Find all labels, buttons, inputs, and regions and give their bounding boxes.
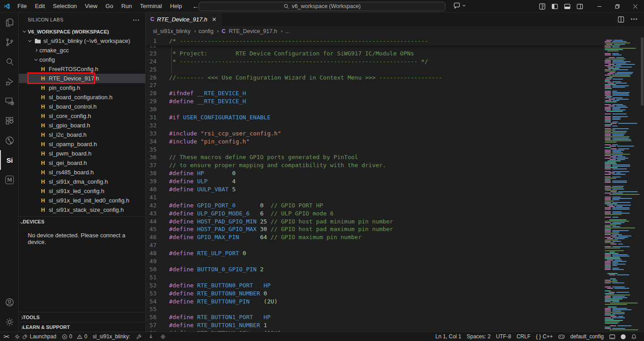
sticky-scroll-line[interactable]: 1/* ------------------------------------… (146, 37, 603, 46)
menu-help[interactable]: Help (166, 0, 186, 13)
run-debug-icon[interactable] (0, 72, 19, 91)
eol-sequence[interactable]: CRLF (514, 332, 533, 341)
file-item[interactable]: Hsl_si91x_dma_config.h (19, 177, 145, 186)
command-center-search[interactable]: v6_workspace (Workspace) (199, 2, 445, 11)
tools-section-header[interactable]: TOOLS (19, 312, 145, 322)
code-line[interactable]: 31#if USER_CONFIGURATION_ENABLE (146, 114, 603, 122)
project-folder-item[interactable]: sl_si91x_blinky (~\v6_workspace) (19, 36, 145, 46)
code-line[interactable]: 28#ifndef __RTE_DEVICE_H (146, 89, 603, 97)
indentation[interactable]: Spaces: 2 (464, 332, 493, 341)
copilot-menu[interactable] (453, 2, 466, 9)
file-item[interactable]: Hsl_si91x_stack_size_config.h (19, 205, 145, 215)
code-line[interactable]: 27 (146, 81, 603, 89)
code-line[interactable]: 57#define RTE_BUTTON1_NUMBER 1 (146, 321, 603, 329)
code-line[interactable]: 46#define GPIO_MAX_PIN 64 // GPIO maximu… (146, 233, 603, 241)
code-line[interactable]: 41 (146, 194, 603, 202)
menu-run[interactable]: Run (117, 0, 136, 13)
minimap[interactable] (603, 37, 640, 332)
code-line[interactable]: 30 (146, 105, 603, 114)
toggle-primary-sidebar-icon[interactable] (551, 3, 558, 10)
code-line[interactable]: 40#define UULP_VBAT 5 (146, 185, 603, 194)
copilot-status-icon[interactable] (555, 332, 568, 341)
code-line[interactable]: 36// These macros define GPIO ports gene… (146, 153, 603, 161)
code-line[interactable]: 43#define ULP_GPIO_MODE_6 6 // ULP GPIO … (146, 210, 603, 218)
menu-selection[interactable]: Selection (49, 0, 80, 13)
menu-edit[interactable]: Edit (31, 0, 49, 13)
code-line[interactable]: 50#define BUTTON_0_GPIO_PIN 2 (146, 265, 603, 274)
learn-support-section-header[interactable]: LEARN & SUPPORT (19, 322, 145, 332)
silicon-labs-view-icon[interactable]: Si (0, 150, 19, 170)
code-line[interactable]: 37// to ensure proper mapping and compat… (146, 161, 603, 169)
code-line[interactable]: 35 (146, 146, 603, 154)
file-item[interactable]: HRTE_Device_917.h (19, 74, 145, 83)
file-item[interactable]: HFreeRTOSConfig.h (19, 64, 145, 74)
status-dot-icon[interactable] (618, 332, 628, 341)
monitor-output-icon[interactable] (606, 332, 618, 341)
code-line[interactable]: 55 (146, 305, 603, 313)
problems-button[interactable]: 0 0 (59, 332, 90, 341)
project-target-label[interactable]: sl_si91x_blinky: (90, 332, 133, 341)
source-control-icon[interactable] (0, 32, 19, 52)
settings-gear-icon[interactable] (0, 312, 19, 332)
remote-window-button[interactable]: >< (0, 332, 12, 341)
code-line[interactable]: 32 (146, 122, 603, 130)
file-item[interactable]: Hpin_config.h (19, 83, 145, 93)
search-view-icon[interactable] (0, 52, 19, 72)
restore-button[interactable] (608, 0, 626, 13)
flash-download-icon[interactable] (145, 332, 157, 341)
toggle-secondary-sidebar-icon[interactable] (576, 3, 583, 10)
devices-section-header[interactable]: DEVICES (19, 216, 145, 226)
code-line[interactable]: 54#define RTE_BUTTON0_PIN (2U) (146, 298, 603, 306)
sidebar-more-actions-icon[interactable]: ··· (133, 17, 140, 23)
menu-file[interactable]: File (13, 0, 31, 13)
customize-layout-icon[interactable] (539, 3, 546, 10)
breadcrumb-project[interactable]: sl_si91x_blinky (153, 28, 191, 34)
toggle-panel-icon[interactable] (564, 3, 571, 10)
cursor-position[interactable]: Ln 1, Col 1 (432, 332, 464, 341)
menu-go[interactable]: Go (102, 0, 117, 13)
code-line[interactable]: 29#define __RTE_DEVICE_H (146, 97, 603, 105)
encoding[interactable]: UTF-8 (493, 332, 514, 341)
code-line[interactable]: 51 (146, 274, 603, 282)
remote-explorer-icon[interactable] (0, 91, 19, 111)
file-item[interactable]: Hsl_gpio_board.h (19, 121, 145, 130)
code-line[interactable]: 24 * -----------------------------------… (146, 58, 603, 66)
code-line[interactable]: 44#define HOST_PAD_GPIO_MIN 25 // GPIO h… (146, 218, 603, 226)
file-item[interactable]: Hsl_rs485_board.h (19, 168, 145, 177)
file-item[interactable]: Hsl_i2c_board.h (19, 130, 145, 139)
code-line[interactable]: 49 (146, 257, 603, 265)
code-line[interactable]: 33#include "rsi_ccp_user_config.h" (146, 130, 603, 138)
extensions-icon[interactable] (0, 111, 19, 131)
file-item[interactable]: Hsl_si91x_led_config.h (19, 186, 145, 196)
editor-more-actions-icon[interactable]: ··· (631, 15, 638, 23)
back-arrow-icon[interactable]: ← (192, 2, 199, 10)
code-line[interactable]: 48#define RTE_ULP_PORT 0 (146, 249, 603, 257)
breadcrumb-file[interactable]: RTE_Device_917.h (229, 28, 277, 34)
menu-view[interactable]: View (81, 0, 102, 13)
language-mode[interactable]: { } C++ (533, 332, 555, 341)
code-line[interactable]: 25 (146, 66, 603, 74)
file-item[interactable]: Hsl_core_config.h (19, 111, 145, 121)
code-line[interactable]: 52#define RTE_BUTTON0_PORT HP (146, 282, 603, 290)
file-item[interactable]: Hsl_qei_board.h (19, 158, 145, 168)
breadcrumb-symbol[interactable]: ... (285, 28, 290, 34)
code-line[interactable]: 39#define ULP 4 (146, 177, 603, 185)
code-line[interactable]: 42#define GPIO_PORT_0 0 // GPIO PORT HP (146, 202, 603, 210)
code-line[interactable]: 23 * Project: RTE Device Configuration f… (146, 50, 603, 58)
code-line[interactable]: 45#define HOST_PAD_GPIO_MAX 30 // GPIO h… (146, 225, 603, 233)
close-window-button[interactable] (626, 0, 644, 13)
code-line[interactable]: 38#define HP 0 (146, 169, 603, 177)
code-line[interactable]: 47 (146, 241, 603, 249)
code-editor[interactable]: 1/* ------------------------------------… (146, 37, 603, 332)
build-wrench-icon[interactable] (133, 332, 145, 341)
accounts-icon[interactable] (0, 292, 19, 312)
minimize-button[interactable] (590, 0, 608, 13)
breadcrumb-config[interactable]: config (199, 28, 213, 34)
launchpad-button[interactable]: Launchpad (12, 332, 59, 341)
debug-config-gear-icon[interactable] (157, 332, 169, 341)
folder-item-config[interactable]: config (19, 55, 145, 64)
si-connect-icon[interactable] (0, 131, 19, 150)
split-editor-icon[interactable] (618, 16, 624, 23)
file-item[interactable]: Hsl_si91x_led_init_led0_config.h (19, 196, 145, 205)
tab-rte-device-917[interactable]: C RTE_Device_917.h ✕ (146, 13, 221, 26)
